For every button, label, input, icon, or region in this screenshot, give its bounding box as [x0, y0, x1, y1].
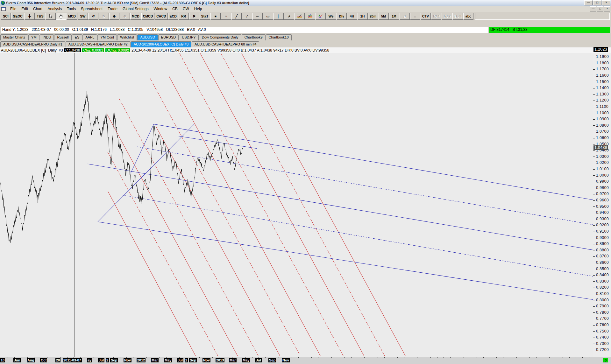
trendline-red-dashdot[interactable]: [108, 152, 218, 356]
chartbook-tab-aapl[interactable]: AAPL: [82, 34, 97, 40]
angle-icon[interactable]: [316, 13, 326, 20]
toolbar-button-1h[interactable]: 1H: [358, 13, 368, 20]
chart-tab-aud-usd-cash-idealpro-daily-2[interactable]: AUD.USD-CASH-IDEALPRO Daily #2: [66, 41, 131, 47]
chartbook-tab-watchlist[interactable]: Watchlist: [117, 34, 137, 40]
chart-tab-aud-201306-globex-c-daily-3[interactable]: AUD-201306-GLOBEX [C] Daily #3: [131, 41, 191, 47]
child-restore-button[interactable]: □: [597, 6, 603, 11]
menu-item-analysis[interactable]: Analysis: [45, 6, 64, 11]
toolbar-button-tc-3[interactable]: TC 3: [452, 13, 463, 20]
trendline-blue-dashdot[interactable]: [137, 147, 593, 225]
price-scale[interactable]: 1.19001.18001.17001.16001.15001.14001.13…: [593, 52, 611, 357]
menu-item-window[interactable]: Window: [151, 6, 170, 11]
chartbook-tab-audusd[interactable]: AUDUSD: [137, 34, 158, 40]
maximize-button[interactable]: □: [593, 0, 601, 5]
chart-tab-aud-usd-cash-idealpro-daily-1[interactable]: AUD.USD-CASH-IDEALPRO Daily #1: [0, 41, 65, 47]
pitchfork-icon[interactable]: [305, 13, 315, 20]
cancel-icon[interactable]: ⊗: [120, 13, 130, 20]
child-minimize-button[interactable]: —: [590, 6, 596, 11]
toolbar-button-abc[interactable]: abc: [463, 13, 473, 20]
menu-item-tools[interactable]: Tools: [64, 6, 78, 11]
toolbar-button-we[interactable]: We: [326, 13, 336, 20]
segment-icon[interactable]: ∕: [242, 13, 252, 20]
vline-icon[interactable]: │: [274, 13, 284, 20]
toolbar-button-cmcd[interactable]: CMCD: [141, 13, 155, 20]
zoom-icon[interactable]: ⊕: [109, 13, 119, 20]
arrow-icon[interactable]: ↗: [284, 13, 294, 20]
trendline-blue-solid[interactable]: [154, 124, 593, 200]
chartbook-tab-dow-components-daily[interactable]: Dow Components Daily: [199, 34, 241, 40]
trendline-red-dashdot[interactable]: [221, 53, 385, 356]
menu-item-cb[interactable]: CB: [170, 6, 180, 11]
toolbar-button-ctv[interactable]: CTV: [421, 13, 431, 20]
toolbar-button-5m[interactable]: 5M: [379, 13, 389, 20]
toolbar-button-tc-2[interactable]: TC 2: [442, 13, 452, 20]
trendline-red-solid[interactable]: [108, 192, 195, 356]
trendline-blue-solid[interactable]: [131, 124, 154, 173]
undo-icon[interactable]: ↺: [88, 13, 98, 20]
trendline-blue-solid[interactable]: [98, 124, 194, 222]
minimize-button[interactable]: —: [584, 0, 593, 5]
chartbook-tab-ym-cont[interactable]: YM Cont: [97, 34, 117, 40]
rect-icon[interactable]: ▭: [263, 13, 273, 20]
chartbook-tab-chartbook10[interactable]: Chartbook10: [266, 34, 292, 40]
expand-icon[interactable]: ↔: [410, 13, 420, 20]
trendline-blue-solid[interactable]: [88, 164, 593, 250]
hline-icon[interactable]: ─: [252, 13, 263, 20]
chartbook-tab-indu[interactable]: INDU: [40, 34, 54, 40]
chartbook-tab-usdjpy[interactable]: USDJPY: [179, 34, 198, 40]
trendline-red-solid[interactable]: [169, 76, 320, 356]
flag-icon[interactable]: ⚑: [189, 13, 199, 20]
toolbar-button-geoc[interactable]: GEOC: [11, 13, 24, 20]
chartbook-tab-ym[interactable]: YM: [28, 34, 39, 40]
toolbar-button-rr[interactable]: RR: [179, 13, 189, 20]
line-icon[interactable]: ╱: [231, 13, 242, 20]
chartbook-tab-chartbook9[interactable]: Chartbook9: [242, 34, 266, 40]
trendline-red-solid[interactable]: [200, 53, 364, 356]
chartbook-tab-master-charts[interactable]: Master Charts: [0, 34, 28, 40]
toolbar-button-t-s[interactable]: T&S: [35, 13, 45, 20]
toolbar-button-20m[interactable]: 20m: [368, 13, 378, 20]
chart-canvas[interactable]: [0, 52, 593, 357]
toolbar-button-dly[interactable]: Dly: [337, 13, 347, 20]
toolbar-button-4h[interactable]: 4H: [347, 13, 357, 20]
toolbar-button-mcd[interactable]: MCD: [130, 13, 141, 20]
menu-item-spreadsheet[interactable]: Spreadsheet: [78, 6, 105, 11]
toolbar-button-tc-1[interactable]: TC 1: [431, 13, 442, 20]
toolbar-button-cacd[interactable]: CACD: [155, 13, 167, 20]
ellipse-icon[interactable]: ○: [221, 13, 231, 20]
child-close-button[interactable]: ×: [604, 6, 610, 11]
squeeze-icon[interactable]: ⇄: [400, 13, 410, 20]
menu-item-file[interactable]: File: [8, 6, 19, 11]
menu-item-chart[interactable]: Chart: [31, 6, 45, 11]
toolbar-button-ecd[interactable]: ECD: [168, 13, 178, 20]
trendline-blue-solid[interactable]: [178, 136, 257, 149]
toolbar-button-sci[interactable]: SCI: [1, 13, 11, 20]
child-window-icon[interactable]: [0, 7, 8, 11]
trendline-red-dashdot[interactable]: [119, 99, 258, 356]
square-icon[interactable]: ■: [210, 13, 221, 20]
trendline-red-solid[interactable]: [242, 53, 405, 356]
menu-item-trade[interactable]: Trade: [105, 6, 120, 11]
crosshair-icon[interactable]: ╋: [25, 13, 35, 20]
trendline-red-solid[interactable]: [107, 114, 238, 356]
trendline-red-solid[interactable]: [156, 127, 280, 356]
close-button[interactable]: ×: [602, 0, 610, 5]
chartbook-tab-es[interactable]: ES: [72, 34, 82, 40]
chartbook-tab-eurusd[interactable]: EURUSD: [158, 34, 179, 40]
menu-item-help[interactable]: Help: [192, 6, 205, 11]
toolbar-button-sw[interactable]: SW: [78, 13, 88, 20]
toolbar-button-1m[interactable]: 1M: [389, 13, 399, 20]
menu-item-cw[interactable]: CW: [180, 6, 192, 11]
trendline-blue-dashdot[interactable]: [122, 195, 593, 276]
menu-item-edit[interactable]: Edit: [19, 6, 31, 11]
chartbook-tab-russell[interactable]: Russell: [54, 34, 71, 40]
hand-icon[interactable]: [56, 13, 66, 20]
menu-item-global-settings[interactable]: Global Settings: [120, 6, 151, 11]
toolbar-button-stat[interactable]: StaT: [200, 13, 210, 20]
cursor-icon[interactable]: [46, 13, 56, 20]
date-axis[interactable]: 10JunAugOct202011-03-07ayJul2SepNov2012M…: [0, 357, 611, 364]
redo-icon[interactable]: ↻: [99, 13, 109, 20]
trendline-red-dashdot[interactable]: [180, 53, 343, 356]
fib-icon[interactable]: [295, 13, 305, 20]
toolbar-button-mcd[interactable]: MCD: [67, 13, 77, 20]
